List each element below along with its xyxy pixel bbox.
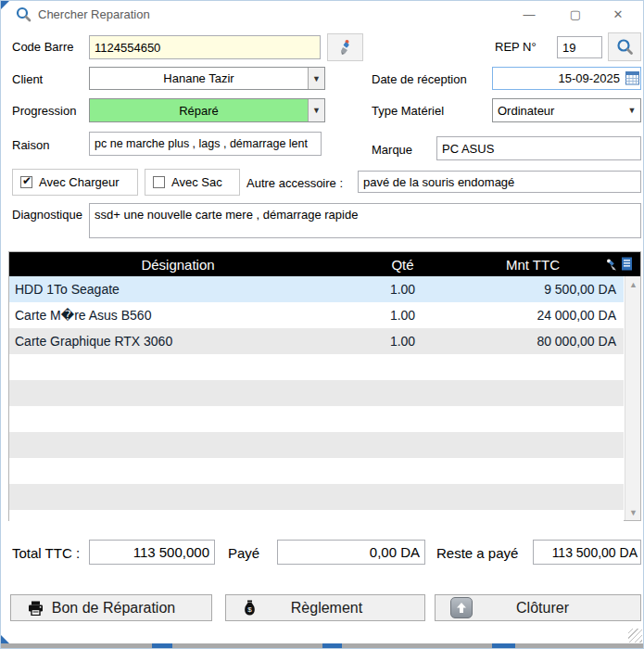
search-icon [616,38,634,56]
empty-row [9,458,624,484]
taskbar-segment [322,643,342,649]
background-taskbar-strip [1,643,644,649]
taskbar-segment [152,643,172,649]
empty-row [9,510,624,522]
reste-a-paye-value: 113 500,00 DA [533,540,641,565]
checkbox-icon[interactable] [20,176,32,188]
date-reception-label: Date de réception [372,72,467,86]
table-row[interactable]: Carte M�re Asus B560 1.00 24 000,00 DA [9,302,624,328]
resize-grip[interactable] [628,629,642,643]
empty-row [9,354,624,380]
progression-value: Réparé [90,99,308,121]
autre-accessoire-input[interactable]: pavé de la souris endomagé [358,171,641,193]
form-list-icon[interactable] [621,257,633,271]
cell-mnt: 24 000,00 DA [459,302,624,328]
chevron-down-icon[interactable]: ▼ [624,99,640,121]
table-row[interactable]: Carte Graphique RTX 3060 1.00 80 000,00 … [9,328,624,354]
client-combobox[interactable]: Hanane Tazir ▼ [89,67,325,90]
svg-text:$: $ [247,605,252,614]
total-ttc-label: Total TTC : [12,545,80,561]
empty-row [9,406,624,432]
window-title: Chercher Reparation [38,7,150,21]
avec-chargeur-checkbox[interactable]: Avec Chargeur [12,169,138,196]
client-label: Client [12,72,43,86]
close-button[interactable]: ✕ [597,1,639,27]
paye-value: 0,00 DA [277,540,425,565]
bon-de-reparation-button[interactable]: Bon de Réparation [10,594,212,621]
rep-number-input[interactable]: 19 [557,36,602,58]
avec-sac-label: Avec Sac [171,175,222,189]
col-mnt-header[interactable]: Mnt TTC [459,252,607,276]
raison-label: Raison [12,138,49,152]
pen-icon [337,39,354,56]
progression-label: Progression [12,104,76,118]
bon-de-reparation-label: Bon de Réparation [44,600,211,617]
chercher-reparation-window: Chercher Reparation — ▢ ✕ Code Barre 112… [0,0,644,649]
search-rep-button[interactable] [608,32,641,61]
vertical-scrollbar[interactable]: ▲ ▼ [625,276,640,520]
chevron-down-icon[interactable]: ▼ [308,68,324,89]
cloturer-label: Clôturer [473,600,640,617]
autre-accessoire-label: Autre accessoire : [246,176,343,190]
marque-label: Marque [372,143,412,157]
marque-input[interactable]: PC ASUS [436,136,641,160]
cell-designation: Carte M�re Asus B560 [9,302,347,328]
scroll-down-icon[interactable]: ▼ [625,504,641,520]
paye-label: Payé [228,545,259,561]
scroll-up-icon[interactable]: ▲ [625,276,641,292]
diagnostique-textarea[interactable]: ssd+ une nouvelle carte mere , démarrage… [89,203,641,238]
date-reception-input[interactable]: 15-09-2025 [492,67,641,90]
avec-sac-checkbox[interactable]: Avec Sac [145,169,240,196]
cell-qte: 1.00 [347,328,459,354]
table-row[interactable]: HDD 1To Seagate 1.00 9 500,00 DA [9,276,624,302]
minimize-button[interactable]: — [508,1,550,27]
chevron-down-icon[interactable]: ▼ [308,99,324,121]
title-bar[interactable]: Chercher Reparation — ▢ ✕ [1,1,643,27]
cell-mnt: 80 000,00 DA [459,328,624,354]
progression-combobox[interactable]: Réparé ▼ [89,98,325,122]
cloturer-button[interactable]: Clôturer [435,594,641,621]
up-arrow-icon [450,597,473,618]
cell-qte: 1.00 [347,302,459,328]
items-table[interactable]: Désignation Qté Mnt TTC [8,251,641,521]
cell-qte: 1.00 [347,276,459,302]
scan-pen-button[interactable] [327,33,363,61]
cell-mnt: 9 500,00 DA [459,276,624,302]
table-header: Désignation Qté Mnt TTC [9,252,640,276]
edit-pen-icon[interactable] [605,258,618,271]
raison-input[interactable]: pc ne marche plus , lags , démarrage len… [89,132,322,156]
col-qte-header[interactable]: Qté [347,252,459,276]
calendar-icon[interactable] [625,70,639,85]
empty-row [9,432,624,458]
money-bag-icon: $ [243,600,257,616]
code-barre-input[interactable]: 1124554650 [89,35,321,59]
code-barre-label: Code Barre [12,40,73,54]
rep-number-label: REP N° [495,40,537,54]
reglement-button[interactable]: $ Règlement [225,594,425,621]
printer-icon [28,601,44,616]
background-window-corner [1,1,9,9]
reste-a-paye-label: Reste a payé [436,545,518,561]
cell-designation: Carte Graphique RTX 3060 [9,328,347,354]
type-materiel-value: Ordinateur [493,99,624,121]
avec-chargeur-label: Avec Chargeur [39,175,119,189]
diagnostique-label: Diagnostique [12,208,82,222]
reglement-label: Règlement [257,600,424,617]
total-ttc-value: 113 500,000 [89,540,215,565]
client-value: Hanane Tazir [90,68,308,89]
taskbar-segment [492,643,515,649]
type-materiel-combobox[interactable]: Ordinateur ▼ [492,98,641,122]
maximize-button[interactable]: ▢ [554,1,597,27]
empty-row [9,484,624,510]
empty-row [9,380,624,406]
type-materiel-label: Type Matériel [372,104,444,118]
col-designation-header[interactable]: Désignation [9,252,347,276]
cell-designation: HDD 1To Seagate [9,276,347,302]
app-search-icon [16,6,32,22]
checkbox-icon[interactable] [153,176,165,188]
